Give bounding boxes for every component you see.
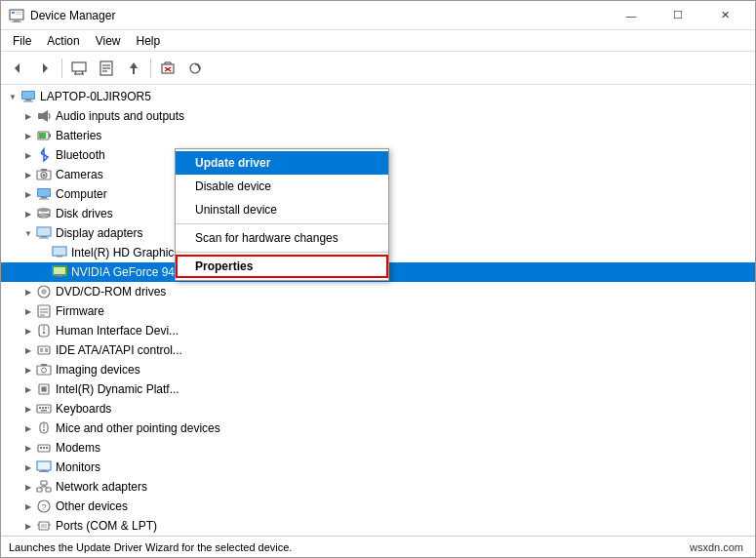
batteries-expander[interactable] bbox=[20, 128, 36, 143]
cameras-expander[interactable] bbox=[20, 167, 36, 182]
status-bar: Launches the Update Driver Wizard for th… bbox=[1, 536, 755, 557]
ctx-properties[interactable]: Properties bbox=[176, 255, 388, 278]
tree-item-mice[interactable]: Mice and other pointing devices bbox=[1, 418, 755, 438]
svg-rect-1 bbox=[14, 20, 20, 21]
tree-item-dvd[interactable]: DVD/CD-ROM drives bbox=[1, 282, 755, 301]
svg-rect-54 bbox=[57, 275, 62, 277]
disk-icon bbox=[36, 206, 52, 221]
svg-rect-73 bbox=[42, 387, 46, 391]
audio-icon bbox=[36, 108, 52, 124]
uninstall-button[interactable] bbox=[155, 56, 180, 81]
svg-rect-76 bbox=[42, 407, 44, 409]
toolbar bbox=[1, 52, 755, 85]
tree-item-audio[interactable]: Audio inputs and outputs bbox=[1, 106, 755, 126]
batteries-icon bbox=[36, 128, 52, 143]
svg-rect-4 bbox=[16, 12, 21, 13]
tree-item-batteries[interactable]: Batteries bbox=[1, 126, 755, 145]
root-expander[interactable] bbox=[5, 89, 20, 104]
computer-icon bbox=[20, 89, 36, 104]
tree-item-modems[interactable]: Modems bbox=[1, 438, 755, 458]
audio-expander[interactable] bbox=[20, 108, 36, 124]
tree-item-network[interactable]: Network adapters bbox=[1, 477, 755, 497]
keyboards-icon bbox=[36, 401, 52, 417]
keyboards-label: Keyboards bbox=[56, 402, 111, 416]
tree-item-hid[interactable]: Human Interface Devi... bbox=[1, 321, 755, 340]
svg-point-64 bbox=[43, 332, 45, 334]
monitors-expander[interactable] bbox=[20, 459, 36, 475]
modems-expander[interactable] bbox=[20, 440, 36, 456]
menu-file[interactable]: File bbox=[5, 30, 39, 52]
tree-item-imaging[interactable]: Imaging devices bbox=[1, 360, 755, 379]
ports-label: Ports (COM & LPT) bbox=[56, 519, 157, 533]
tree-item-ide[interactable]: IDE ATA/ATAPI control... bbox=[1, 340, 755, 360]
batteries-label: Batteries bbox=[56, 129, 101, 142]
mice-icon bbox=[36, 420, 52, 436]
monitors-icon bbox=[36, 459, 52, 475]
svg-rect-5 bbox=[16, 14, 21, 15]
ctx-update-driver[interactable]: Update driver bbox=[176, 151, 388, 175]
ctx-uninstall-device[interactable]: Uninstall device bbox=[176, 198, 388, 221]
firmware-label: Firmware bbox=[56, 304, 104, 318]
svg-rect-79 bbox=[41, 410, 47, 412]
computer-expander[interactable] bbox=[20, 186, 36, 202]
svg-text:?: ? bbox=[42, 502, 47, 512]
tree-item-monitors[interactable]: Monitors bbox=[1, 458, 755, 477]
intel-dynamic-icon bbox=[36, 381, 52, 397]
network-expander[interactable] bbox=[20, 479, 36, 495]
tree-item-keyboards[interactable]: Keyboards bbox=[1, 399, 755, 418]
svg-rect-67 bbox=[45, 348, 48, 352]
svg-rect-26 bbox=[22, 92, 34, 99]
intel-dynamic-label: Intel(R) Dynamic Platf... bbox=[56, 382, 179, 396]
disk-label: Disk drives bbox=[56, 207, 113, 220]
scan-button[interactable] bbox=[182, 56, 208, 81]
monitors-label: Monitors bbox=[56, 460, 100, 474]
menu-help[interactable]: Help bbox=[129, 30, 169, 52]
update-driver-button[interactable] bbox=[121, 56, 146, 81]
ide-expander[interactable] bbox=[20, 342, 36, 358]
tree-item-ports[interactable]: Ports (COM & LPT) bbox=[1, 516, 755, 536]
app-icon bbox=[9, 8, 24, 23]
imaging-label: Imaging devices bbox=[56, 363, 140, 377]
status-right: wsxdn.com bbox=[690, 541, 747, 553]
intel-gpu-icon bbox=[52, 245, 67, 260]
imaging-expander[interactable] bbox=[20, 362, 36, 378]
audio-label: Audio inputs and outputs bbox=[56, 109, 184, 123]
back-button[interactable] bbox=[5, 56, 30, 81]
hid-label: Human Interface Devi... bbox=[56, 324, 179, 338]
ctx-scan-hardware[interactable]: Scan for hardware changes bbox=[176, 226, 388, 250]
firmware-expander[interactable] bbox=[20, 303, 36, 319]
nvidia-gpu-icon bbox=[52, 264, 67, 280]
svg-rect-74 bbox=[37, 405, 51, 413]
bluetooth-expander[interactable] bbox=[20, 147, 36, 163]
ctx-disable-device[interactable]: Disable device bbox=[176, 175, 388, 198]
menu-action[interactable]: Action bbox=[39, 30, 87, 52]
tree-item-intel-dynamic[interactable]: Intel(R) Dynamic Platf... bbox=[1, 379, 755, 399]
tree-item-other[interactable]: ? Other devices bbox=[1, 497, 755, 516]
minimize-button[interactable]: — bbox=[609, 1, 654, 30]
display-expander[interactable] bbox=[20, 225, 36, 241]
close-button[interactable]: ✕ bbox=[702, 1, 747, 30]
svg-rect-70 bbox=[41, 364, 47, 366]
computer-button[interactable] bbox=[66, 56, 92, 81]
dvd-expander[interactable] bbox=[20, 284, 36, 299]
svg-rect-66 bbox=[40, 348, 43, 352]
properties-toolbar-button[interactable] bbox=[94, 56, 119, 81]
forward-button[interactable] bbox=[32, 56, 58, 81]
svg-rect-46 bbox=[38, 228, 50, 235]
tree-item-firmware[interactable]: Firmware bbox=[1, 301, 755, 321]
keyboards-expander[interactable] bbox=[20, 401, 36, 417]
ide-icon bbox=[36, 342, 52, 358]
disk-expander[interactable] bbox=[20, 206, 36, 221]
menu-view[interactable]: View bbox=[88, 30, 129, 52]
other-expander[interactable] bbox=[20, 498, 36, 514]
svg-rect-48 bbox=[39, 238, 49, 239]
hid-expander[interactable] bbox=[20, 323, 36, 339]
ports-expander[interactable] bbox=[20, 518, 36, 534]
mice-expander[interactable] bbox=[20, 420, 36, 436]
maximize-button[interactable]: ☐ bbox=[656, 1, 700, 30]
svg-rect-50 bbox=[54, 248, 65, 255]
intel-dynamic-expander[interactable] bbox=[20, 381, 36, 397]
svg-rect-27 bbox=[25, 100, 31, 101]
network-icon bbox=[36, 479, 52, 495]
tree-root[interactable]: LAPTOP-0LJIR9OR5 bbox=[1, 87, 755, 106]
